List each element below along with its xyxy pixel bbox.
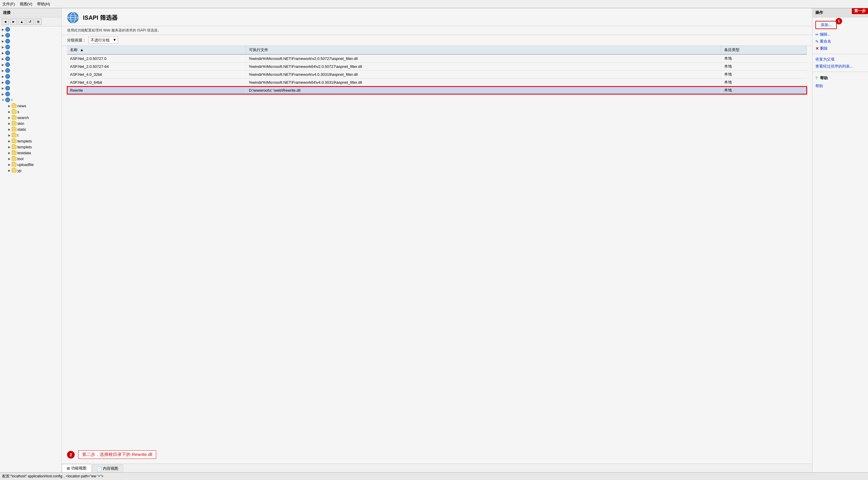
expand-icon: ▶ bbox=[1, 63, 5, 66]
globe-icon bbox=[5, 98, 10, 102]
folder-icon bbox=[12, 139, 17, 143]
table-row[interactable]: ASP.Net_2.0.50727.0 %windir%\Microsoft.N… bbox=[67, 54, 807, 63]
tab-feature-view[interactable]: ⊞ 功能视图 bbox=[62, 464, 91, 472]
table-row[interactable]: ASP.Net_4.0_64bit %windir%\Microsoft.NET… bbox=[67, 78, 807, 87]
content-header: ISAPI 筛选器 bbox=[62, 8, 812, 26]
action-revert[interactable]: 依复为父项 bbox=[812, 56, 868, 63]
action-view-ordered[interactable]: 查看经过排序的列表... bbox=[812, 63, 868, 70]
sidebar-item-tool[interactable]: ▶ tool bbox=[0, 156, 61, 162]
toolbar-forward-btn[interactable]: ► bbox=[10, 19, 17, 25]
table-row[interactable]: ASP.Net_2.0.50727-64 %windir%\Microsoft.… bbox=[67, 63, 807, 70]
sidebar-item-globe11[interactable]: ▶ bbox=[0, 85, 61, 91]
tab-content-label: 内容视图 bbox=[103, 466, 118, 471]
toolbar-back-btn[interactable]: ◄ bbox=[2, 19, 9, 25]
sidebar-item-label-news: news bbox=[17, 104, 26, 108]
menu-view[interactable]: 视图(V) bbox=[20, 1, 32, 7]
right-panel-top: 操作 第一步 bbox=[812, 8, 868, 17]
expand-icon: ▶ bbox=[8, 128, 11, 131]
table-area: 名称 ▲ 可执行文件 条目类型 ASP.Net_2.0.50727.0 %win… bbox=[62, 46, 812, 446]
row-name: ASP.Net_4.0_32bit bbox=[67, 70, 246, 78]
col-header-executable: 可执行文件 bbox=[246, 46, 721, 54]
group-bar: 分组依据： 不进行分组 ▼ bbox=[62, 35, 812, 46]
sidebar-item-template[interactable]: ▶ templets bbox=[0, 138, 61, 144]
folder-icon bbox=[12, 133, 17, 137]
row-executable: %windir%\Microsoft.NET\Framework\v2.0.50… bbox=[246, 54, 721, 63]
add-button[interactable]: 添加... bbox=[815, 21, 837, 29]
sidebar-tree: ▶ ▶ ▶ ▶ ▶ ▶ ▶ bbox=[0, 27, 61, 472]
sidebar-item-globe9[interactable]: ▶ bbox=[0, 73, 61, 79]
table-row[interactable]: ASP.Net_4.0_32bit %windir%\Microsoft.NET… bbox=[67, 70, 807, 78]
menu-file[interactable]: 文件(F) bbox=[2, 1, 15, 7]
sidebar-item-globe1[interactable]: ▶ bbox=[0, 27, 61, 32]
sidebar-item-t[interactable]: ▶ t bbox=[0, 132, 61, 138]
globe-icon bbox=[5, 39, 10, 43]
toolbar-refresh-btn[interactable]: ↺ bbox=[27, 19, 33, 25]
globe-icon bbox=[5, 80, 10, 84]
toolbar-connect-btn[interactable]: ⊕ bbox=[35, 19, 42, 25]
sidebar-item-testdata[interactable]: ▶ testdata bbox=[0, 150, 61, 156]
sidebar-item-label-s: s bbox=[17, 110, 20, 114]
toolbar-up-btn[interactable]: ▲ bbox=[18, 19, 25, 25]
status-text: 配置:"localhost" applicationHost.config，<l… bbox=[2, 474, 103, 479]
sidebar-item-static[interactable]: ▶ static bbox=[0, 126, 61, 132]
menu-help[interactable]: 帮助(H) bbox=[37, 1, 50, 7]
folder-icon bbox=[12, 121, 17, 126]
isapi-icon bbox=[67, 12, 79, 24]
sidebar-item-templets[interactable]: ▶ templets bbox=[0, 144, 61, 150]
action-help-label: 帮助 bbox=[815, 83, 823, 89]
sidebar-item-globe10[interactable]: ▶ bbox=[0, 79, 61, 85]
action-separator2 bbox=[812, 72, 868, 72]
sidebar-item-globe7[interactable]: ▶ bbox=[0, 62, 61, 68]
expand-icon: ▶ bbox=[1, 39, 5, 43]
table-row-rewrite[interactable]: Rewrite D:\wwwroot\c' \web\Rewrite.dll 本… bbox=[67, 87, 807, 94]
sidebar-item-uploadfile[interactable]: ▶ uploadfile bbox=[0, 162, 61, 167]
expand-icon: ▶ bbox=[1, 57, 5, 61]
sidebar-item-globe6[interactable]: ▶ bbox=[0, 56, 61, 62]
sidebar-item-globe2[interactable]: ▶ bbox=[0, 32, 61, 38]
sidebar-item-label-testdata: testdata bbox=[17, 151, 31, 155]
action-edit[interactable]: ✏ 编辑... bbox=[812, 31, 868, 38]
expand-icon: ▶ bbox=[8, 110, 11, 113]
row-type: 本地 bbox=[721, 87, 807, 94]
sidebar-item-yp[interactable]: ▶ yp bbox=[0, 167, 61, 173]
globe-icon bbox=[5, 33, 10, 38]
col-header-name: 名称 ▲ bbox=[67, 46, 246, 54]
sidebar-item-search[interactable]: ▶ search bbox=[0, 114, 61, 121]
action-help[interactable]: 帮助 bbox=[812, 82, 868, 90]
group-dropdown[interactable]: 不进行分组 ▼ bbox=[89, 37, 118, 44]
action-rename[interactable]: ✎ 重命名 bbox=[812, 38, 868, 45]
action-rename-label: 重命名 bbox=[820, 39, 831, 44]
sidebar-item-globe12[interactable]: ▶ bbox=[0, 91, 61, 97]
action-delete[interactable]: ✕ 删除 bbox=[812, 45, 868, 52]
expand-icon: ▶ bbox=[1, 75, 5, 78]
sidebar-item-globe3[interactable]: ▶ bbox=[0, 38, 61, 44]
table-header-row: 名称 ▲ 可执行文件 条目类型 bbox=[67, 46, 807, 54]
expand-icon: ▶ bbox=[1, 28, 5, 31]
expand-icon: ▶ bbox=[8, 133, 11, 137]
main-layout: 连接 ◄ ► ▲ ↺ ⊕ ▶ ▶ ▶ ▶ bbox=[0, 8, 868, 472]
content-description: 使用此功能配置处理对 Web 服务器的请求的 ISAPI 筛选器。 bbox=[62, 26, 812, 35]
sidebar-toolbar: ◄ ► ▲ ↺ ⊕ bbox=[0, 17, 61, 27]
tab-content-view[interactable]: 📄 内容视图 bbox=[92, 465, 123, 472]
sidebar-item-globe8[interactable]: ▶ bbox=[0, 68, 61, 73]
globe-icon bbox=[5, 50, 10, 55]
row-executable: %windir%\Microsoft.NET\Framework64\v4.0.… bbox=[246, 78, 721, 87]
delete-icon: ✕ bbox=[815, 46, 819, 51]
globe-icon bbox=[5, 45, 10, 49]
expand-icon: ▶ bbox=[1, 87, 5, 90]
globe-icon bbox=[5, 86, 10, 91]
sidebar-item-label-t: t bbox=[17, 133, 19, 137]
sidebar-item-skin[interactable]: ▶ skin bbox=[0, 121, 61, 126]
sidebar-item-label-template: templets bbox=[17, 139, 32, 143]
help-icon: ? bbox=[815, 76, 818, 80]
sidebar-item-label-yp: yp bbox=[17, 168, 22, 173]
step2-circle: 2 bbox=[67, 451, 75, 458]
sidebar-item-news[interactable]: ▶ news bbox=[0, 103, 61, 109]
sidebar-item-host[interactable]: ▼ 4 bbox=[0, 97, 61, 103]
sidebar-item-globe5[interactable]: ▶ bbox=[0, 50, 61, 56]
row-name: ASP.Net_2.0.50727-64 bbox=[67, 63, 246, 70]
help-section-header: ? 帮助 bbox=[812, 74, 868, 82]
step1-label: 第一步 bbox=[852, 8, 868, 14]
sidebar-item-s[interactable]: ▶ s bbox=[0, 109, 61, 114]
sidebar-item-globe4[interactable]: ▶ bbox=[0, 44, 61, 50]
